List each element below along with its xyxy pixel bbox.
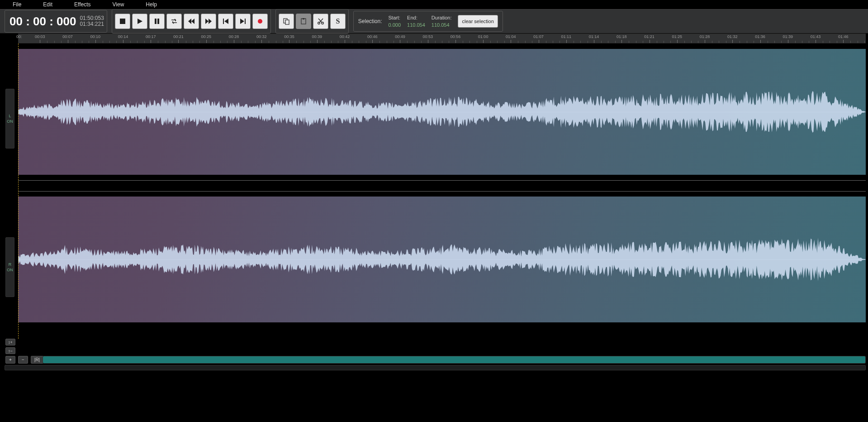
- ruler-tick: 01:46: [838, 34, 849, 38]
- skip-end-button[interactable]: ⏭: [235, 14, 251, 29]
- time-counter-main: 00 : 00 : 000: [8, 14, 77, 29]
- selection-end-value: 110.054: [407, 21, 425, 29]
- svg-rect-14: [285, 20, 289, 24]
- ruler-tick: 01:36: [755, 34, 765, 38]
- ruler-tick: 01:21: [644, 34, 655, 38]
- time-counter-remaining: 01:34:221: [80, 21, 104, 27]
- track-area: L ON R ON: [0, 43, 868, 339]
- menu-bar: File Edit Effects View Help: [0, 0, 868, 9]
- playhead[interactable]: [18, 43, 19, 339]
- ruler-tick: 00:03: [35, 34, 45, 38]
- menu-file[interactable]: File: [5, 0, 35, 10]
- toolbar: 00 : 00 : 000 01:50:053 01:34:221 ■ ▶ ⏸ …: [0, 9, 868, 34]
- svg-marker-4: [188, 19, 191, 24]
- time-counter-group: 00 : 00 : 000 01:50:053 01:34:221: [5, 10, 107, 33]
- hzoom-out-button[interactable]: −: [18, 356, 28, 364]
- ruler-tick: 00:10: [90, 34, 100, 38]
- ruler-tick: 00:46: [367, 34, 378, 38]
- svg-marker-7: [209, 19, 212, 24]
- svg-rect-0: [120, 19, 125, 24]
- svg-marker-10: [240, 19, 244, 24]
- ruler-tick: 01:43: [811, 34, 821, 38]
- timeline-ruler[interactable]: 00: 00:0300:0700:1000:1400:1700:2100:250…: [18, 34, 866, 43]
- svg-rect-3: [157, 19, 159, 24]
- ruler-tick: 01:18: [617, 34, 627, 38]
- ruler-tick: 00:28: [229, 34, 239, 38]
- selection-group: Selection: Start: 0.000 End: 110.054 Dur…: [353, 11, 503, 32]
- svg-point-12: [258, 19, 262, 24]
- selection-end-label: End:: [407, 14, 425, 21]
- stop-button[interactable]: ■: [115, 14, 130, 29]
- svg-marker-9: [224, 19, 228, 24]
- ruler-tick: 00:14: [118, 34, 128, 38]
- selection-start-value: 0.000: [389, 21, 401, 29]
- transport-group: ■ ▶ ⏸ ⟲ ⏪ ⏩ ⏮ ⏭: [112, 9, 271, 34]
- svg-rect-11: [245, 19, 246, 24]
- selection-duration-label: Duration:: [432, 14, 452, 21]
- vertical-zoom-controls: ↕+ ↕−: [5, 339, 15, 356]
- ruler-tick: 00:56: [451, 34, 461, 38]
- svg-marker-5: [191, 19, 194, 24]
- channel-right-label: R: [9, 262, 12, 267]
- ruler-tick: 00:39: [312, 34, 322, 38]
- ruler-tick: 01:04: [506, 34, 516, 38]
- pause-button[interactable]: ⏸: [149, 14, 165, 29]
- zoom-fit-button[interactable]: |R|: [31, 356, 43, 364]
- horizontal-scrollbar[interactable]: [43, 356, 866, 364]
- ruler-tick: 00:42: [340, 34, 350, 38]
- snap-button[interactable]: S: [330, 14, 346, 29]
- hzoom-in-button[interactable]: +: [5, 356, 15, 364]
- waveform-view[interactable]: [18, 43, 866, 339]
- ruler-tick: 00:07: [62, 34, 73, 38]
- skip-start-button[interactable]: ⏮: [218, 14, 233, 29]
- svg-rect-2: [155, 19, 157, 24]
- channel-pill-left[interactable]: L ON: [5, 89, 14, 149]
- ruler-tick: 01:07: [533, 34, 544, 38]
- channel-divider: [18, 175, 866, 197]
- ruler-tick: 00:35: [284, 34, 294, 38]
- rewind-button[interactable]: ⏪: [184, 14, 199, 29]
- divider-line-b: [18, 191, 866, 192]
- ruler-tick: 01:39: [783, 34, 793, 38]
- forward-button[interactable]: ⏩: [201, 14, 216, 29]
- track-gutter: L ON R ON: [0, 43, 18, 339]
- channel-pill-right[interactable]: R ON: [5, 237, 14, 297]
- waveform-right: [18, 197, 866, 322]
- status-bar: [5, 365, 866, 370]
- divider-line-a: [18, 180, 866, 181]
- vzoom-in-button[interactable]: ↕+: [5, 339, 15, 345]
- ruler-origin: 00:: [16, 34, 22, 38]
- waveform-left: [18, 49, 866, 175]
- horizontal-zoom-controls: + − |R|: [5, 356, 43, 364]
- ruler-tick: 01:28: [700, 34, 710, 38]
- edit-group: ⧉ 📋 ✂ S: [275, 9, 349, 34]
- menu-view[interactable]: View: [104, 0, 138, 10]
- channel-left-on: ON: [7, 119, 13, 124]
- svg-marker-6: [205, 19, 209, 24]
- copy-button[interactable]: ⧉: [279, 14, 294, 29]
- ruler-tick: 01:25: [672, 34, 683, 38]
- ruler-tick: 01:32: [727, 34, 738, 38]
- ruler-tick: 01:14: [589, 34, 599, 38]
- selection-label: Selection:: [358, 18, 382, 24]
- record-button[interactable]: ●: [252, 14, 268, 29]
- svg-rect-16: [303, 18, 304, 19]
- channel-right-on: ON: [7, 267, 13, 273]
- ruler-tick: 01:11: [561, 34, 572, 38]
- paste-button[interactable]: 📋: [296, 14, 311, 29]
- menu-help[interactable]: Help: [138, 0, 171, 10]
- menu-edit[interactable]: Edit: [35, 0, 66, 10]
- ruler-tick: 00:21: [173, 34, 184, 38]
- clear-selection-button[interactable]: clear selection: [458, 15, 498, 28]
- selection-duration-value: 110.054: [432, 21, 452, 29]
- bottom-panel: ↕+ ↕− + − |R|: [0, 339, 868, 370]
- scrollbar-thumb[interactable]: [43, 356, 865, 363]
- ruler-tick: 00:25: [201, 34, 211, 38]
- vzoom-out-button[interactable]: ↕−: [5, 347, 15, 354]
- menu-effects[interactable]: Effects: [66, 0, 104, 10]
- play-button[interactable]: ▶: [132, 14, 147, 29]
- cut-button[interactable]: ✂: [313, 14, 328, 29]
- loop-button[interactable]: ⟲: [166, 14, 182, 29]
- ruler-tick: 00:32: [256, 34, 267, 38]
- svg-rect-8: [223, 19, 224, 24]
